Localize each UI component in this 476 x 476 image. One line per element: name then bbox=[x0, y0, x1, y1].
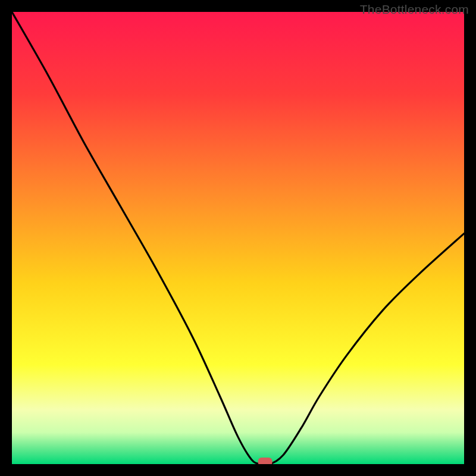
plot-area bbox=[12, 12, 464, 464]
chart-frame: TheBottleneck.com bbox=[0, 0, 476, 476]
gradient-background bbox=[12, 12, 464, 464]
optimal-marker bbox=[258, 458, 273, 464]
chart-svg bbox=[12, 12, 464, 464]
watermark-label: TheBottleneck.com bbox=[360, 2, 469, 17]
